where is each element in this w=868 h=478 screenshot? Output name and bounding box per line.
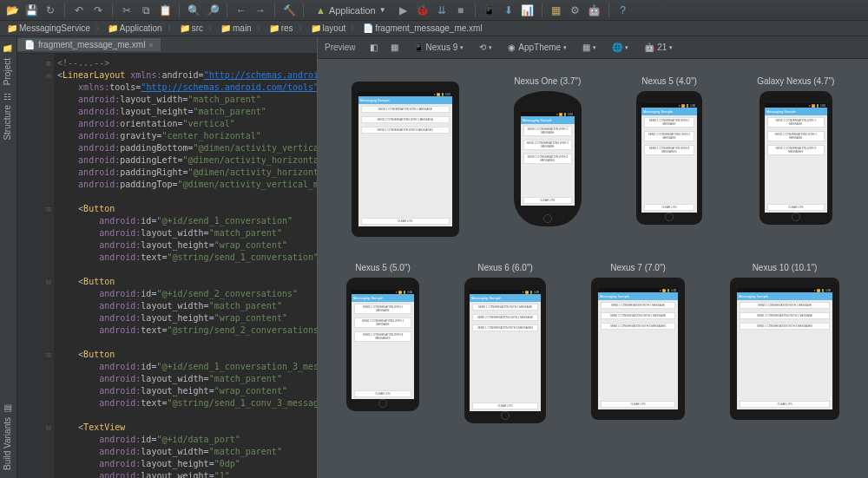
main-toolbar: 📂 💾 ↻ ↶ ↷ ✂ ⧉ 📋 🔍 🔎 ← → 🔨 ▲ Application … [0, 0, 868, 21]
home-button-icon [665, 213, 674, 221]
chevron-down-icon: ▾ [625, 44, 628, 51]
fold-icon[interactable]: ⊟ [43, 69, 54, 82]
editor-tab[interactable]: 📄 fragment_message_me.xml × [17, 38, 161, 51]
close-icon[interactable]: × [148, 41, 153, 49]
run-config-dropdown[interactable]: ▲ Application ▼ [311, 3, 391, 17]
breadcrumb-item[interactable]: 📄fragment_message_me.xml [361, 23, 483, 33]
breadcrumb-item[interactable]: 📁MessagingService [5, 23, 92, 33]
button-preview: SEND 1 CONVERSATION WITH 1 MESSAGE [740, 302, 830, 309]
device-preview[interactable]: ▾📶🔋5:00 Messaging Sample SEND 1 CONVERSA… [352, 76, 459, 237]
monitor-icon[interactable]: 📊 [521, 3, 535, 17]
paste-icon[interactable]: 📋 [158, 3, 172, 17]
android-icon-2[interactable]: 🤖 [588, 3, 602, 17]
locale-dropdown[interactable]: 🌐 ▾ [608, 41, 632, 54]
button-preview: SEND 2 CONVERSATIONS WITH 1 MESSAGE [472, 314, 538, 321]
project-tab[interactable]: Project 📁 [2, 41, 13, 88]
device-preview[interactable]: Nexus 10 (10.1") ▾📶🔋5:00 Messaging Sampl… [730, 263, 839, 423]
redo-icon[interactable]: ↷ [91, 3, 105, 17]
folder-icon: 📁 [220, 23, 231, 33]
device-preview[interactable]: Nexus One (3.7") ▾📶🔋5:00 Messaging Sampl… [514, 76, 582, 237]
cut-icon[interactable]: ✂ [120, 3, 134, 17]
stop-icon[interactable]: ■ [454, 3, 468, 17]
replace-icon[interactable]: 🔎 [206, 3, 220, 17]
save-icon[interactable]: 💾 [24, 3, 38, 17]
chevron-down-icon: ▾ [669, 44, 673, 51]
xml-file-icon: 📄 [363, 23, 373, 33]
toggle-icon[interactable]: ◧ [368, 42, 380, 54]
app-header: Messaging Sample [598, 292, 678, 300]
chevron-down-icon: ▾ [489, 44, 492, 51]
button-preview: CLEAR LOG [767, 204, 825, 211]
preview-canvas[interactable]: ▾📶🔋5:00 Messaging Sample SEND 1 CONVERSA… [318, 59, 868, 478]
activity-dropdown[interactable]: ▦ ▾ [579, 41, 600, 54]
fold-icon[interactable]: ⊟ [43, 422, 54, 434]
device-preview[interactable]: Nexus 6 (6.0") ▾📶🔋5:00 Messaging Sample … [464, 263, 546, 423]
code-content[interactable]: <!--...--> <LinearLayout xmlns:android="… [54, 54, 317, 478]
breadcrumb-item[interactable]: 📁layout [309, 23, 348, 33]
device-label: Nexus 10 (10.1") [753, 263, 818, 272]
home-button-icon [543, 214, 552, 223]
fold-icon[interactable]: ⊟ [43, 349, 54, 361]
app-header: Messaging Sample [352, 294, 414, 302]
fold-icon[interactable]: ⊞ [43, 57, 54, 69]
back-icon[interactable]: ← [234, 3, 248, 17]
button-preview: SEND 1 CONVERSATION WITH 1 MESSAGE [644, 117, 694, 128]
editor-tabs: 📄 fragment_message_me.xml × [17, 36, 317, 54]
layout-icon[interactable]: ▦ [549, 3, 563, 17]
breadcrumb-item[interactable]: 📁res [267, 23, 295, 33]
device-preview[interactable]: Nexus 5 (5.0") ▾📶🔋5:00 Messaging Sample … [346, 263, 419, 423]
breadcrumb-item[interactable]: 📁src [178, 23, 205, 33]
orientation-dropdown[interactable]: ⟲ ▾ [476, 41, 496, 54]
theme-dropdown[interactable]: ◉ AppTheme ▾ [504, 41, 570, 54]
open-icon[interactable]: 📂 [5, 3, 19, 17]
fold-icon[interactable]: ⊟ [43, 203, 54, 215]
device-preview[interactable]: Nexus 5 (4.0") ▾📶🔋5:00 Messaging Sample … [636, 76, 702, 237]
device-row: ▾📶🔋5:00 Messaging Sample SEND 1 CONVERSA… [328, 76, 858, 237]
help-icon[interactable]: ? [616, 3, 630, 17]
button-preview: CLEAR LOG [361, 218, 450, 225]
undo-icon[interactable]: ↶ [72, 3, 86, 17]
fold-icon[interactable]: ⊟ [43, 276, 54, 288]
structure-tab[interactable]: Structure ☷ [2, 88, 13, 144]
button-preview: SEND 1 CONVERSATION WITH 3 MESSAGES [740, 323, 830, 330]
button-preview: SEND 1 CONVERSATION WITH 3 MESSAGES [644, 145, 694, 155]
folder-icon: 📁 [108, 23, 118, 33]
layout-icon[interactable]: ▦ [389, 42, 401, 54]
button-preview: SEND 1 CONVERSATION WITH 3 MESSAGES [523, 154, 572, 164]
preview-toolbar: Preview ◧ ▦ 📱 Nexus 9 ▾ ⟲ ▾ ◉ AppTheme ▾… [318, 36, 868, 59]
tab-label: fragment_message_me.xml [38, 40, 145, 49]
device-dropdown[interactable]: 📱 Nexus 9 ▾ [410, 41, 468, 54]
home-button-icon [501, 411, 510, 420]
button-preview: SEND 2 CONVERSATIONS WITH 1 MESSAGE [740, 312, 830, 319]
copy-icon[interactable]: ⧉ [139, 3, 153, 17]
structure-icon: ☷ [3, 92, 12, 101]
breadcrumb-item[interactable]: 📁main [219, 23, 253, 33]
api-dropdown[interactable]: 🤖 21 ▾ [641, 41, 676, 54]
device-label: Nexus 6 (6.0") [477, 263, 533, 272]
workspace: Project 📁 Structure ☷ Build Variants ▤ 📄… [0, 36, 868, 478]
run-button[interactable]: ▶ [397, 3, 411, 17]
settings-icon[interactable]: ⚙ [569, 3, 582, 17]
breadcrumb: 📁MessagingService 〉 📁Application 〉 📁src … [0, 21, 868, 36]
sidebar-left: Project 📁 Structure ☷ Build Variants ▤ [0, 36, 17, 478]
build-variants-tab[interactable]: Build Variants ▤ [2, 401, 13, 474]
folder-icon: 📁 [269, 23, 279, 33]
avd-icon[interactable]: 📱 [483, 3, 496, 17]
forward-icon[interactable]: → [253, 3, 267, 17]
attach-debugger-icon[interactable]: ⇊ [435, 3, 449, 17]
sdk-icon[interactable]: ⬇ [502, 3, 516, 17]
debug-button[interactable]: 🐞 [416, 3, 430, 17]
device-preview[interactable]: Galaxy Nexus (4.7") ▾📶🔋5:00 Messaging Sa… [757, 76, 834, 237]
find-icon[interactable]: 🔍 [187, 3, 201, 17]
button-preview: SEND 1 CONVERSATION WITH 1 MESSAGE [361, 106, 450, 113]
device-preview[interactable]: Nexus 7 (7.0") ▾📶🔋5:00 Messaging Sample … [591, 263, 685, 423]
sync-icon[interactable]: ↻ [43, 3, 57, 17]
breadcrumb-item[interactable]: 📁Application [106, 23, 164, 33]
theme-icon: ◉ [508, 43, 516, 52]
button-preview: SEND 2 CONVERSATIONS WITH 1 MESSAGE [601, 312, 675, 319]
build-icon: ▤ [3, 404, 12, 414]
chevron-down-icon: ▾ [563, 44, 567, 51]
folder-icon: 📁 [311, 23, 321, 33]
build-icon[interactable]: 🔨 [282, 3, 296, 17]
code-editor[interactable]: ⊞ ⊟ ⊟ ⊟ ⊟ ⊟ ⊟ <!--...--> <LinearLayout x… [17, 54, 317, 478]
